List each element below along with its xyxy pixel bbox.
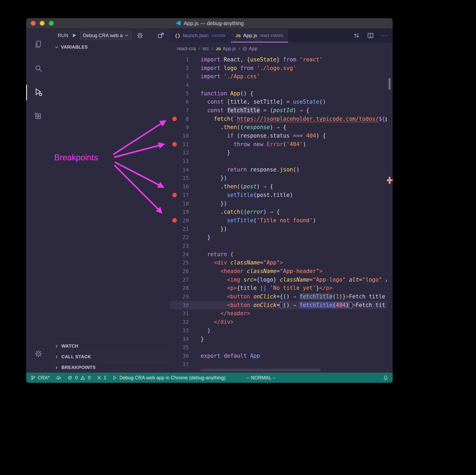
open-changes-icon[interactable] [353, 32, 360, 39]
code-line[interactable]: 31 </header> [170, 309, 387, 318]
gutter[interactable]: 34 [170, 335, 201, 343]
code-line[interactable]: 20 setTitle('Title not found') [170, 216, 387, 225]
gutter[interactable]: 12 [170, 149, 201, 157]
gutter[interactable]: 4 [170, 81, 201, 89]
gutter[interactable]: 6 [170, 98, 201, 106]
open-launch-config-icon[interactable] [157, 32, 165, 39]
code-line[interactable]: 11 throw new Error('404') [170, 140, 387, 149]
breadcrumb-item[interactable]: react-cra [177, 46, 196, 52]
code-line[interactable]: 35 [170, 343, 387, 352]
code-line[interactable]: 29 <button onClick={() ⇒ fetchTitle(1)}>… [170, 292, 387, 301]
code-line[interactable]: 7 const fetchTitle = (postId) ⇒ { [170, 106, 387, 115]
gutter[interactable]: 28 [170, 284, 201, 293]
code-line[interactable]: 1import React, {useState} from 'react' [170, 55, 387, 64]
tab-launch-json[interactable]: {} launch.json .vscode [170, 29, 231, 42]
breadcrumb-item[interactable]: src [202, 46, 209, 52]
gutter[interactable]: 1 [170, 55, 201, 64]
breakpoints-section-header[interactable]: BREAKPOINTS [51, 362, 170, 373]
gutter[interactable]: 3 [170, 72, 201, 81]
code-line[interactable]: 9 .then((response) ⇒ { [170, 123, 387, 132]
gutter[interactable]: 27 [170, 275, 201, 284]
split-editor-icon[interactable] [367, 32, 374, 39]
code-line[interactable]: 33 ) [170, 326, 387, 335]
code-line[interactable]: 12 } [170, 149, 387, 157]
code-line[interactable]: 5function App() { [170, 89, 387, 98]
more-actions-icon[interactable]: ··· [381, 32, 387, 39]
code-line[interactable]: 19 .catch((error) ⇒ { [170, 208, 387, 216]
gutter[interactable]: 24 [170, 250, 201, 259]
breadcrumb-item-file[interactable]: JS App.js [216, 46, 236, 52]
code-line[interactable]: 8 fetch(`https://jsonplaceholder.typicod… [170, 115, 387, 123]
breakpoint-dot[interactable] [172, 116, 177, 121]
gutter[interactable]: 29 [170, 292, 201, 301]
gutter[interactable]: 21 [170, 225, 201, 233]
horizontal-scrollbar[interactable] [201, 369, 321, 371]
code-line[interactable]: 16 .then((post) ⇒ { [170, 182, 387, 191]
gutter[interactable]: 36 [170, 352, 201, 360]
gutter[interactable]: 8 [170, 115, 201, 123]
gutter[interactable]: 25 [170, 259, 201, 267]
breadcrumb-item-symbol[interactable]: App [243, 46, 257, 52]
code-line[interactable]: 10 if (response.status === 404) { [170, 131, 387, 140]
code-line[interactable]: 32 </div> [170, 318, 387, 326]
search-activity-button[interactable] [26, 56, 51, 80]
gutter[interactable]: 33 [170, 326, 201, 335]
extensions-activity-button[interactable] [26, 104, 51, 129]
code-line[interactable]: 26 <header className="App-header"> [170, 267, 387, 275]
minimize-button[interactable] [40, 21, 45, 26]
breakpoint-dot[interactable] [172, 142, 177, 146]
debug-config-dropdown[interactable]: Debug CRA web a [80, 32, 131, 40]
code-line[interactable]: 28 <p>{title || 'No title yet'}</p> [170, 284, 387, 293]
code-line[interactable]: 22 } [170, 233, 387, 242]
gutter[interactable]: 19 [170, 208, 201, 216]
code-line[interactable]: 18 }) [170, 199, 387, 208]
gutter[interactable]: 23 [170, 242, 201, 250]
code-line[interactable]: 3import './App.css' [170, 72, 387, 81]
watch-section-header[interactable]: WATCH [51, 341, 170, 351]
gutter[interactable]: 20 [170, 216, 201, 225]
gutter[interactable]: 11 [170, 140, 201, 149]
code-line[interactable]: 2import logo from './logo.svg' [170, 64, 387, 72]
code-line[interactable]: 13 [170, 157, 387, 165]
debug-target-status[interactable]: Debug CRA web app in Chrome (debug-anyth… [112, 375, 225, 381]
gutter[interactable]: 10 [170, 131, 201, 140]
git-branch-status[interactable]: CRA* [30, 375, 50, 381]
explorer-activity-button[interactable] [26, 32, 51, 56]
gutter[interactable]: 15 [170, 174, 201, 182]
gutter[interactable]: 37 [170, 360, 201, 369]
breakpoint-dot[interactable] [172, 218, 177, 223]
run-debug-activity-button[interactable] [26, 80, 51, 104]
code-line[interactable]: 15 }) [170, 174, 387, 182]
call-stack-section-header[interactable]: CALL STACK [51, 351, 170, 362]
zoom-button[interactable] [49, 21, 54, 26]
code-line[interactable]: 17 setTitle(post.title) [170, 191, 387, 199]
gutter[interactable]: 14 [170, 165, 201, 174]
code-line[interactable]: 25 <div className="App"> [170, 259, 387, 267]
code-editor[interactable]: 1import React, {useState} from 'react'2i… [170, 55, 393, 373]
gutter[interactable]: 7 [170, 106, 201, 115]
tab-app-js[interactable]: JS App.js react-cra/src [231, 29, 288, 42]
code-line[interactable]: 30 <button onClick={() ⇒ fetchTitle(404)… [170, 301, 387, 309]
code-line[interactable]: 37 [170, 360, 387, 369]
scrollbar-thumb[interactable] [389, 78, 391, 90]
code-line[interactable]: 14 return response.json() [170, 165, 387, 174]
tasks-status[interactable]: 1 [96, 375, 106, 381]
variables-section-header[interactable]: VARIABLES [51, 42, 170, 52]
code-line[interactable]: 21 }) [170, 225, 387, 233]
gutter[interactable]: 5 [170, 89, 201, 98]
gutter[interactable]: 13 [170, 157, 201, 165]
gutter[interactable]: 16 [170, 182, 201, 191]
manage-button[interactable] [26, 342, 51, 366]
gutter[interactable]: 35 [170, 343, 201, 352]
configure-gear-icon[interactable] [136, 32, 144, 39]
gutter[interactable]: 22 [170, 233, 201, 242]
start-debug-button[interactable] [71, 32, 77, 39]
breakpoint-dot[interactable] [172, 193, 177, 197]
gutter[interactable]: 32 [170, 318, 201, 326]
code-line[interactable]: 23 [170, 242, 387, 250]
gutter[interactable]: 9 [170, 123, 201, 132]
close-button[interactable] [31, 21, 36, 26]
code-line[interactable]: 27 <img src={logo} className="App-logo" … [170, 275, 387, 284]
gutter[interactable]: 26 [170, 267, 201, 275]
code-line[interactable]: 6 const [title, setTitle] = useState() [170, 98, 387, 106]
